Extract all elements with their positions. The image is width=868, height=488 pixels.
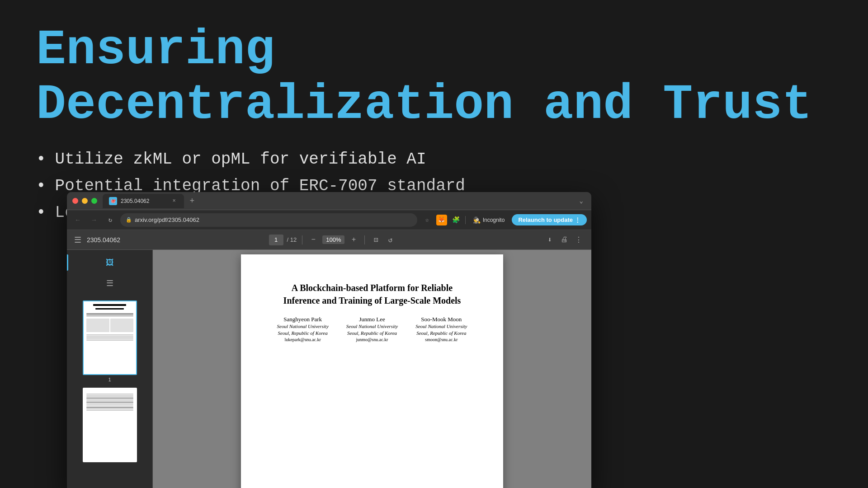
rotate-button[interactable]: ↺ [385, 235, 396, 245]
slide-title-line1: Ensuring [36, 22, 275, 78]
star-button[interactable]: ☆ [421, 214, 434, 226]
pdf-content-area: 🖼 ☰ [67, 250, 591, 488]
pdf-title: 2305.04062 [87, 236, 120, 244]
sidebar-active-indicator [67, 254, 68, 271]
bullet-1: Utilize zkML or opML for verifiable AI [36, 150, 832, 169]
tab-close-button[interactable]: × [170, 197, 178, 205]
author-2-email: smoon@snu.ac.kr [415, 337, 467, 342]
paper-title: A Blockchain-based Platform for Reliable… [273, 282, 472, 307]
fit-page-button[interactable]: ⊡ [370, 235, 381, 245]
slide-content: Ensuring Decentralization and Trust Util… [0, 0, 868, 194]
pdf-thumbnail-icon[interactable]: 🖼 [102, 254, 118, 271]
address-bar[interactable]: 🔒 arxiv.org/pdf/2305.04062 [120, 213, 417, 227]
pdf-page-input[interactable] [269, 235, 283, 245]
toolbar-divider [465, 216, 466, 224]
tab-menu-button[interactable]: ⌄ [577, 195, 586, 206]
author-1: Junmo Lee Seoul National University Seou… [346, 316, 398, 342]
incognito-icon: 🕵 [473, 216, 481, 224]
zoom-display: 100% [322, 235, 344, 244]
author-2-affil2: Seoul, Republic of Korea [415, 330, 467, 337]
pdf-thumbnails: 1 [78, 296, 142, 486]
pdf-controls-divider2 [364, 235, 365, 244]
zoom-in-button[interactable]: + [348, 235, 359, 245]
pdf-outline-icon[interactable]: ☰ [102, 275, 118, 291]
tab-favicon: 🐙 [109, 197, 117, 205]
author-0-email: lukepark@snu.ac.kr [277, 337, 329, 342]
thumbnail-page-2[interactable] [83, 388, 137, 464]
minimize-button[interactable] [82, 198, 88, 204]
slide-title: Ensuring Decentralization and Trust [36, 23, 832, 132]
author-0-affil1: Seoul National University [277, 323, 329, 330]
author-2-name: Soo-Mook Moon [415, 316, 467, 323]
fox-extension-icon[interactable]: 🦊 [436, 215, 447, 225]
incognito-label: Incognito [483, 217, 505, 223]
forward-button[interactable]: → [88, 214, 100, 226]
pdf-menu-button[interactable]: ☰ [74, 235, 81, 245]
author-0-affil2: Seoul, Republic of Korea [277, 330, 329, 337]
pdf-controls-divider [302, 235, 302, 244]
pdf-right-actions: ⬇ 🖨 ⋮ [544, 235, 584, 245]
thumbnail-page-1[interactable]: 1 [83, 300, 137, 382]
zoom-out-button[interactable]: − [308, 235, 319, 245]
tab-bar: 🐙 2305.04062 × + [103, 194, 577, 208]
reload-button[interactable]: ↻ [104, 214, 117, 226]
author-0: Sanghyeon Park Seoul National University… [277, 316, 329, 342]
print-button[interactable]: 🖨 [559, 235, 570, 245]
paper-title-line2: Inference and Training of Large-Scale Mo… [283, 296, 461, 305]
browser-titlebar: 🐙 2305.04062 × + ⌄ [67, 192, 591, 210]
maximize-button[interactable] [91, 198, 97, 204]
author-1-affil1: Seoul National University [346, 323, 398, 330]
author-1-email: junmo@snu.ac.kr [346, 337, 398, 342]
author-1-affil2: Seoul, Republic of Korea [346, 330, 398, 337]
browser-tab[interactable]: 🐙 2305.04062 × [103, 194, 184, 208]
author-0-name: Sanghyeon Park [277, 316, 329, 323]
pdf-more-button[interactable]: ⋮ [573, 235, 584, 245]
relaunch-button[interactable]: Relaunch to update ⋮ [512, 214, 587, 225]
paper-authors: Sanghyeon Park Seoul National University… [273, 316, 472, 342]
author-2: Soo-Mook Moon Seoul National University … [415, 316, 467, 342]
incognito-button[interactable]: 🕵 Incognito [468, 215, 509, 225]
address-text: arxiv.org/pdf/2305.04062 [135, 216, 199, 223]
lock-icon: 🔒 [126, 217, 132, 223]
thumbnail-image-2 [83, 388, 137, 462]
download-button[interactable]: ⬇ [544, 235, 555, 245]
pdf-page-controls: / 12 − 100% + ⊡ ↺ [269, 235, 396, 245]
relaunch-menu-icon: ⋮ [575, 216, 580, 223]
paper-title-line1: A Blockchain-based Platform for Reliable [292, 283, 453, 293]
tab-title: 2305.04062 [121, 198, 167, 204]
thumbnail-num-1: 1 [108, 377, 111, 382]
window-controls [72, 198, 97, 204]
pdf-page-total: / 12 [287, 236, 297, 243]
relaunch-label: Relaunch to update [518, 216, 573, 223]
browser-toolbar: ← → ↻ 🔒 arxiv.org/pdf/2305.04062 ☆ 🦊 🧩 🕵… [67, 210, 591, 230]
author-1-name: Junmo Lee [346, 316, 398, 323]
toolbar-actions: ☆ 🦊 🧩 🕵 Incognito Relaunch to update ⋮ [421, 214, 587, 226]
close-button[interactable] [72, 198, 78, 204]
new-tab-button[interactable]: + [186, 195, 198, 207]
pdf-toolbar: ☰ 2305.04062 / 12 − 100% + ⊡ ↺ ⬇ 🖨 ⋮ [67, 230, 591, 250]
author-2-affil1: Seoul National University [415, 323, 467, 330]
slide-title-line2: Decentralization and Trust [36, 76, 812, 133]
pdf-main: A Blockchain-based Platform for Reliable… [153, 250, 591, 488]
browser-window: 🐙 2305.04062 × + ⌄ ← → ↻ 🔒 arxiv.org/pdf… [67, 192, 591, 488]
back-button[interactable]: ← [71, 214, 84, 226]
pdf-page-display: A Blockchain-based Platform for Reliable… [241, 254, 503, 488]
extensions-button[interactable]: 🧩 [450, 214, 462, 226]
thumbnail-image-1 [83, 300, 137, 375]
pdf-sidebar: 🖼 ☰ [67, 250, 153, 488]
